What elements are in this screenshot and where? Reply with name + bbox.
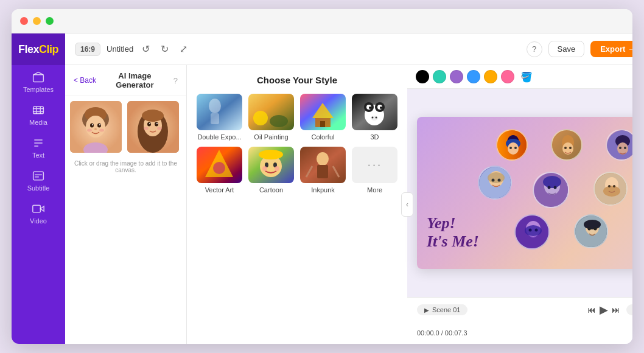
- avatar-6: [593, 172, 628, 206]
- close-button[interactable]: [20, 17, 28, 25]
- text-icon: [32, 137, 44, 149]
- canvas-frame: Yep! It's Me!: [417, 117, 632, 269]
- svg-point-55: [262, 166, 267, 171]
- color-dot-teal[interactable]: [433, 70, 446, 83]
- minimize-button[interactable]: [33, 17, 41, 25]
- svg-marker-3: [40, 206, 44, 211]
- color-dot-blue[interactable]: [467, 70, 480, 83]
- project-name[interactable]: Untitled: [107, 44, 133, 54]
- svg-point-87: [548, 186, 551, 189]
- color-dot-black[interactable]: [416, 70, 429, 83]
- undo-button[interactable]: ↺: [139, 41, 152, 57]
- svg-point-86: [543, 176, 561, 188]
- color-dot-orange[interactable]: [484, 70, 497, 83]
- svg-point-22: [155, 122, 158, 127]
- export-button[interactable]: Export →: [590, 41, 632, 57]
- style-thumb-vector-art: [197, 147, 242, 183]
- subtitle-icon: [32, 170, 44, 182]
- svg-point-12: [99, 124, 100, 125]
- svg-point-68: [514, 147, 517, 149]
- canvas-content: Yep! It's Me!: [417, 117, 632, 269]
- ai-help-icon[interactable]: ?: [173, 76, 178, 85]
- logo: FlexClip: [12, 33, 65, 65]
- svg-point-14: [87, 129, 92, 132]
- style-item-cartoon[interactable]: Cartoon: [248, 147, 294, 194]
- svg-point-92: [608, 185, 611, 187]
- svg-point-73: [569, 147, 572, 149]
- color-dot-purple[interactable]: [450, 70, 463, 83]
- content-area: < Back AI Image Generator ?: [65, 65, 632, 344]
- style-label-colorful: Colorful: [312, 133, 335, 141]
- style-item-colorful[interactable]: Colorful: [300, 94, 346, 141]
- skip-back-button[interactable]: ⏮: [587, 305, 596, 315]
- svg-point-82: [492, 179, 495, 182]
- svg-point-9: [90, 124, 94, 128]
- sidebar-item-video[interactable]: Video: [12, 197, 65, 229]
- svg-point-20: [142, 110, 164, 122]
- style-item-double-expo[interactable]: Double Expo...: [197, 94, 242, 141]
- svg-point-81: [488, 172, 505, 183]
- svg-point-15: [99, 129, 104, 132]
- svg-point-28: [209, 99, 221, 113]
- ai-image-1[interactable]: [70, 101, 122, 153]
- save-button[interactable]: Save: [548, 41, 585, 57]
- sidebar-item-text[interactable]: Text: [12, 131, 65, 164]
- svg-point-24: [156, 123, 158, 124]
- sidebar: FlexClip Templates Media Text: [12, 33, 65, 344]
- style-label-double-expo: Double Expo...: [197, 133, 241, 141]
- svg-point-101: [584, 220, 601, 229]
- style-thumb-3d: [352, 94, 397, 130]
- svg-point-10: [97, 124, 101, 128]
- svg-point-91: [603, 186, 620, 197]
- style-thumb-colorful: [300, 94, 346, 130]
- svg-point-71: [562, 142, 573, 155]
- ai-panel-title: AI Image Generator: [101, 71, 169, 89]
- canvas-text-line1: Yep!: [427, 214, 479, 232]
- svg-rect-27: [197, 94, 242, 130]
- style-item-vector-art[interactable]: Vector Art: [197, 147, 242, 194]
- duration-badge: ⏱ 7.3s: [626, 304, 632, 315]
- style-item-more[interactable]: ··· More: [352, 147, 397, 194]
- svg-point-26: [157, 127, 162, 130]
- color-dot-pink[interactable]: [501, 70, 514, 83]
- style-chooser: Choose Your Style: [187, 65, 407, 344]
- style-label-3d: 3D: [370, 133, 379, 141]
- svg-point-103: [594, 228, 597, 231]
- back-button[interactable]: < Back: [74, 76, 96, 85]
- sidebar-item-templates[interactable]: Templates: [12, 65, 65, 98]
- svg-point-93: [613, 185, 615, 187]
- ai-image-2[interactable]: [127, 101, 179, 153]
- style-item-inkpunk[interactable]: Inkpunk: [300, 147, 346, 194]
- fullscreen-button[interactable]: ⤢: [177, 41, 190, 57]
- help-button[interactable]: ?: [527, 41, 542, 57]
- sidebar-item-subtitle[interactable]: Subtitle: [12, 164, 65, 197]
- eraser-icon[interactable]: 🪣: [520, 71, 533, 83]
- svg-point-43: [369, 107, 371, 109]
- play-button[interactable]: ▶: [600, 303, 608, 316]
- maximize-button[interactable]: [46, 17, 54, 25]
- svg-point-56: [275, 166, 279, 171]
- svg-rect-2: [33, 172, 44, 180]
- color-bar: 🪣: [407, 65, 632, 89]
- collapse-handle[interactable]: ‹: [401, 192, 413, 217]
- title-bar: [12, 9, 632, 33]
- bottom-controls: ▶ Scene 01 ⏮ ▶ ⏭ ⏱ 7.3s: [407, 297, 632, 344]
- sidebar-item-label: Templates: [23, 86, 54, 93]
- sidebar-item-label: Text: [32, 152, 44, 159]
- ai-panel: < Back AI Image Generator ?: [65, 65, 187, 344]
- style-item-oil-painting[interactable]: Oil Painting: [248, 94, 294, 141]
- svg-rect-30: [248, 94, 294, 130]
- film-icon: [32, 104, 44, 116]
- redo-button[interactable]: ↻: [158, 41, 171, 57]
- avatar-8: [574, 214, 608, 248]
- svg-point-76: [617, 142, 628, 155]
- skip-forward-button[interactable]: ⏭: [612, 305, 620, 315]
- time-display: 00:00.0 / 00:07.3: [417, 329, 467, 337]
- sidebar-item-media[interactable]: Media: [12, 98, 65, 131]
- style-item-3d[interactable]: 3D: [352, 94, 397, 141]
- style-thumb-oil-painting: [248, 94, 294, 130]
- playback-row: ▶ Scene 01 ⏮ ▶ ⏭ ⏱ 7.3s: [417, 298, 632, 322]
- timeline-row: 00:00.0 / 00:07.3 ⊖ ⊕ ⛶: [417, 322, 632, 344]
- svg-point-13: [94, 128, 97, 130]
- svg-point-97: [529, 229, 532, 232]
